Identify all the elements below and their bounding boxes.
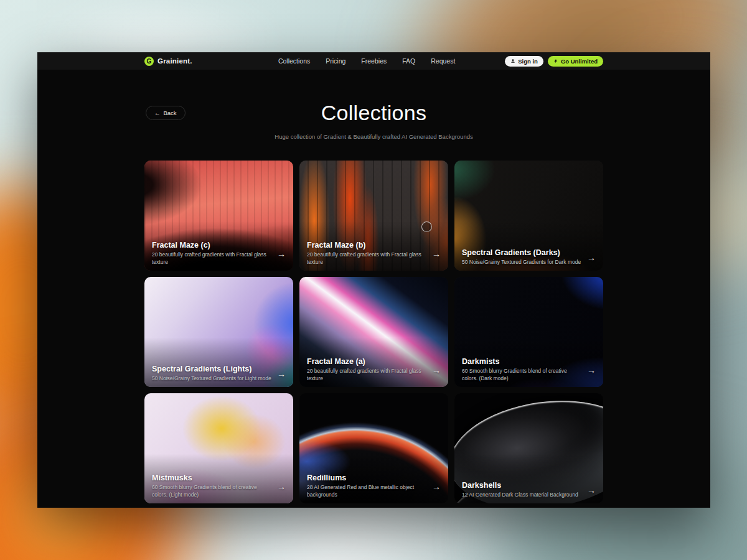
back-label: Back bbox=[164, 110, 177, 116]
card-description: 20 beautifully crafted gradients with Fr… bbox=[152, 251, 272, 266]
collection-card-darkmists[interactable]: Darkmists 60 Smooth blurry Gradients ble… bbox=[454, 277, 603, 387]
collection-card-redilliums[interactable]: Redilliums 28 AI Generated Red and Blue … bbox=[299, 393, 448, 503]
arrow-right-icon[interactable]: → bbox=[432, 482, 441, 491]
card-description: 50 Noise/Grainy Textured Gradients for D… bbox=[462, 259, 581, 266]
site-header: G Grainient. Collections Pricing Freebie… bbox=[37, 52, 710, 70]
card-description: 12 AI Generated Dark Glass material Back… bbox=[462, 492, 578, 499]
card-title: Fractal Maze (b) bbox=[307, 241, 427, 250]
page-title: Collections bbox=[37, 70, 710, 125]
arrow-right-icon[interactable]: → bbox=[587, 366, 596, 375]
page-content: ← Back Collections Huge collection of Gr… bbox=[37, 70, 710, 508]
brand-name: Grainient. bbox=[157, 57, 192, 65]
arrow-right-icon[interactable]: → bbox=[587, 486, 596, 495]
collection-card-fractal-maze-a[interactable]: Fractal Maze (a) 20 beautifully crafted … bbox=[299, 277, 448, 387]
collection-card-mistmusks[interactable]: Mistmusks 60 Smooth blurry Gradients ble… bbox=[144, 393, 293, 503]
collection-card-spectral-lights[interactable]: Spectral Gradients (Lights) 50 Noise/Gra… bbox=[144, 277, 293, 387]
arrow-right-icon[interactable]: → bbox=[277, 482, 286, 491]
collection-card-fractal-maze-c[interactable]: Fractal Maze (c) 20 beautifully crafted … bbox=[144, 161, 293, 271]
card-description: 20 beautifully crafted gradients with Fr… bbox=[307, 251, 427, 266]
sign-in-label: Sign in bbox=[518, 58, 538, 65]
collection-card-darkshells[interactable]: Darkshells 12 AI Generated Dark Glass ma… bbox=[454, 393, 603, 503]
card-title: Darkshells bbox=[462, 481, 578, 490]
card-description: 60 Smooth blurry Gradients blend of crea… bbox=[152, 484, 272, 499]
header-actions: Sign in Go Unlimited bbox=[505, 56, 603, 67]
card-description: 20 beautifully crafted gradients with Fr… bbox=[307, 368, 427, 383]
back-arrow-icon: ← bbox=[154, 110, 161, 116]
bolt-icon bbox=[553, 58, 558, 63]
nav-item-request[interactable]: Request bbox=[431, 57, 455, 65]
nav-item-freebies[interactable]: Freebies bbox=[361, 57, 387, 65]
card-title: Darkmists bbox=[462, 357, 582, 366]
card-description: 28 AI Generated Red and Blue metallic ob… bbox=[307, 484, 427, 499]
card-description: 60 Smooth blurry Gradients blend of crea… bbox=[462, 368, 582, 383]
arrow-right-icon[interactable]: → bbox=[432, 250, 441, 258]
card-title: Redilliums bbox=[307, 474, 427, 482]
nav-item-collections[interactable]: Collections bbox=[278, 57, 310, 65]
person-icon bbox=[510, 58, 515, 63]
main-nav: Collections Pricing Freebies FAQ Request bbox=[278, 57, 455, 65]
go-unlimited-button[interactable]: Go Unlimited bbox=[548, 56, 603, 67]
arrow-right-icon[interactable]: → bbox=[277, 370, 286, 378]
nav-item-pricing[interactable]: Pricing bbox=[326, 57, 345, 65]
page-subtitle: Huge collection of Gradient & Beautifull… bbox=[37, 133, 710, 140]
arrow-right-icon[interactable]: → bbox=[432, 366, 441, 375]
card-description: 50 Noise/Grainy Textured Gradients for L… bbox=[152, 375, 271, 383]
brand-logo[interactable]: G Grainient. bbox=[144, 57, 192, 66]
back-button[interactable]: ← Back bbox=[146, 106, 186, 120]
card-title: Mistmusks bbox=[152, 474, 272, 482]
go-unlimited-label: Go Unlimited bbox=[561, 58, 598, 65]
card-title: Fractal Maze (a) bbox=[307, 357, 427, 366]
arrow-right-icon[interactable]: → bbox=[277, 250, 286, 258]
card-title: Fractal Maze (c) bbox=[152, 241, 272, 250]
card-title: Spectral Gradients (Darks) bbox=[462, 248, 581, 257]
grainient-logo-icon: G bbox=[144, 57, 154, 66]
collection-card-fractal-maze-b[interactable]: Fractal Maze (b) 20 beautifully crafted … bbox=[299, 161, 448, 271]
collections-grid: Fractal Maze (c) 20 beautifully crafted … bbox=[144, 161, 603, 508]
collection-card-spectral-darks[interactable]: Spectral Gradients (Darks) 50 Noise/Grai… bbox=[454, 161, 603, 271]
sign-in-button[interactable]: Sign in bbox=[505, 56, 543, 67]
card-title: Spectral Gradients (Lights) bbox=[152, 365, 271, 373]
arrow-right-icon[interactable]: → bbox=[587, 253, 596, 262]
nav-item-faq[interactable]: FAQ bbox=[402, 57, 415, 65]
browser-window: G Grainient. Collections Pricing Freebie… bbox=[37, 52, 710, 508]
